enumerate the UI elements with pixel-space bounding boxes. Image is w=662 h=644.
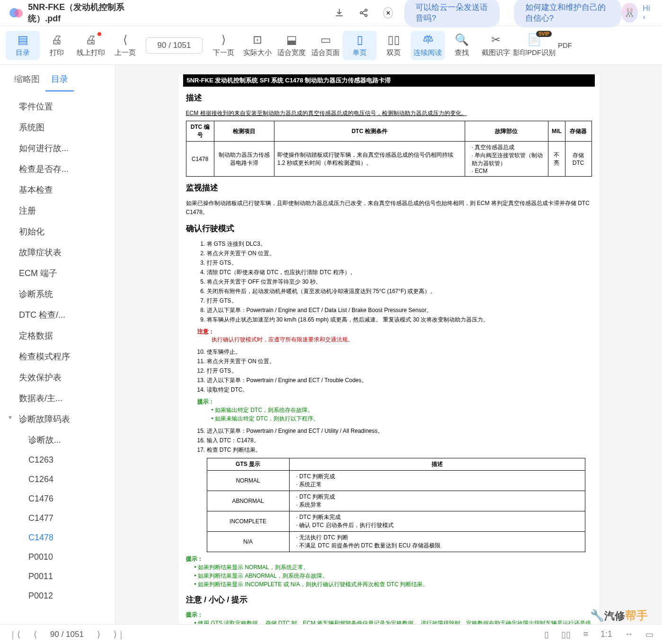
toc-item[interactable]: C1263 xyxy=(0,450,115,470)
toc-item[interactable]: C1476 xyxy=(0,489,115,509)
view-single-icon[interactable]: ▯ xyxy=(544,629,549,640)
next-page-icon[interactable]: ⟩ xyxy=(97,629,100,640)
toolbar-fit-page[interactable]: ▭适合页面 xyxy=(309,31,343,60)
note-body: 执行确认行驶模式时，应遵守所有限速要求和交通法规。 xyxy=(212,336,600,344)
toolbar-double[interactable]: ▯▯双页 xyxy=(377,31,411,60)
toc-item[interactable]: 基本检查 xyxy=(0,179,115,200)
toc-item[interactable]: 诊断故... xyxy=(0,429,115,450)
toc-item[interactable]: P0011 xyxy=(0,567,115,586)
toc-item[interactable]: ECM 端子 xyxy=(0,263,115,284)
steps-2: 使车辆停止。将点火开关置于 ON 位置。打开 GTS。进入以下菜单：Powert… xyxy=(207,348,592,394)
toc-item[interactable]: DTC 检查/... xyxy=(0,304,115,325)
toolbar-prev[interactable]: ⟨上一页 xyxy=(108,31,142,60)
last-page-icon[interactable]: ⟩｜ xyxy=(114,629,125,640)
hi-label[interactable]: Hi › xyxy=(643,4,653,21)
toolbar-continuous[interactable]: 𐄷连续阅读 xyxy=(411,31,445,60)
avatar[interactable]: 🐰 xyxy=(621,3,638,23)
tab-thumbnails[interactable]: 缩略图 xyxy=(9,70,45,91)
desc-text: ECM 根据接收到的来自安装至制动助力器总成的真空传感器总成的电压信号，检测制动… xyxy=(186,109,592,118)
toc-item[interactable]: 初始化 xyxy=(0,221,115,242)
toc-item[interactable]: P0010 xyxy=(0,547,115,567)
toc-list: 零件位置系统图如何进行故...检查是否存...基本检查注册初始化故障症状表ECM… xyxy=(0,91,115,624)
toc-item[interactable]: 诊断故障码表 xyxy=(0,409,115,429)
steps-3: 进入以下菜单：Powertrain / Engine and ECT / Uti… xyxy=(207,427,592,454)
download-icon[interactable] xyxy=(334,8,344,18)
heading-monitor: 监视描述 xyxy=(186,182,592,193)
toolbar-print[interactable]: 🖨打印 xyxy=(40,31,74,60)
toolbar-next[interactable]: ⟩下一页 xyxy=(206,31,240,60)
hint-title-2: 提示： xyxy=(186,555,600,563)
toolbar-fit-width[interactable]: ⬓适合宽度 xyxy=(274,31,309,60)
toolbar-single[interactable]: ▯单页 xyxy=(343,31,377,60)
toolbar-catalog[interactable]: ▤目录 xyxy=(6,31,40,60)
toc-item[interactable]: 零件位置 xyxy=(0,96,115,117)
monitor-text: 如果已操作制动踏板或已行驶车辆，且即使制动助力器总成压力已改变，来自真空传感器总… xyxy=(186,199,592,217)
toc-item[interactable]: 如何进行故... xyxy=(0,138,115,159)
section-header: 5NR-FKE 发动机控制系统 SFI 系统 C1478 制动助力器压力传感器电… xyxy=(183,74,595,87)
prev-page-icon[interactable]: ⟨ xyxy=(34,629,37,640)
toolbar-online-print[interactable]: 🖨线上打印 xyxy=(74,31,108,60)
tab-toc[interactable]: 目录 xyxy=(45,70,74,91)
toc-item[interactable]: 失效保护表 xyxy=(0,367,115,388)
heading-desc: 描述 xyxy=(186,92,592,103)
toolbar-pdf[interactable]: PDF xyxy=(556,31,574,60)
toc-item[interactable]: C1478 xyxy=(0,528,115,547)
note-title: 注意： xyxy=(197,328,600,336)
toc-item[interactable]: 诊断系统 xyxy=(0,284,115,304)
heading-confirm: 确认行驶模式 xyxy=(186,223,592,234)
toc-item[interactable]: 注册 xyxy=(0,200,115,221)
suggestion-1[interactable]: 可以给云一朵发送语音吗? xyxy=(404,0,499,27)
watermark: 🔧汽修帮手 xyxy=(590,608,648,623)
toc-item[interactable]: 检查是否存... xyxy=(0,159,115,179)
toc-item[interactable]: C1264 xyxy=(0,470,115,489)
share-icon[interactable] xyxy=(359,8,369,18)
toc-item[interactable]: 故障症状表 xyxy=(0,242,115,263)
toc-item[interactable]: 系统图 xyxy=(0,117,115,138)
view-double-icon[interactable]: ▯▯ xyxy=(561,629,571,640)
heading-note: 注意 / 小心 / 提示 xyxy=(186,594,592,605)
toc-item[interactable]: 检查模式程序 xyxy=(0,346,115,367)
toolbar-actual-size[interactable]: ⊡实际大小 xyxy=(240,31,274,60)
file-name: 5NR-FKE（发动机控制系统）.pdf xyxy=(28,1,135,24)
footer-page: 90 / 1051 xyxy=(50,630,84,639)
first-page-icon[interactable]: ｜⟨ xyxy=(9,629,20,640)
gts-table: GTS 显示描述NORMALDTC 判断完成系统正常ABNORMALDTC 判断… xyxy=(207,458,585,552)
close-suggestions-icon[interactable]: ✕ xyxy=(383,7,393,18)
tip-title: 提示： xyxy=(186,611,600,619)
toolbar-screenshot-ocr[interactable]: ✂截图识字 xyxy=(479,31,513,60)
page-view: 5NR-FKE 发动机控制系统 SFI 系统 C1478 制动助力器压力传感器电… xyxy=(115,65,662,624)
view-fitp-icon[interactable]: ▭ xyxy=(645,629,653,640)
toc-item[interactable]: P0012 xyxy=(0,586,115,606)
toolbar-shadow-pdf[interactable]: SVIP📄影印PDF识别 xyxy=(513,31,556,60)
toc-item[interactable]: C1477 xyxy=(0,509,115,528)
toc-item[interactable]: 定格数据 xyxy=(0,325,115,346)
page-indicator[interactable]: 90 / 1051 xyxy=(146,37,203,54)
steps-1: 将 GTS 连接到 DLC3。将点火开关置于 ON 位置。打开 GTS。清除 D… xyxy=(207,240,592,324)
toolbar-find[interactable]: 🔍查找 xyxy=(445,31,479,60)
dtc-table: DTC 编号检测项目DTC 检测条件故障部位MIL存储器 C1478 制动助力器… xyxy=(186,121,592,177)
suggestion-2[interactable]: 如何建立和维护自己的自信心? xyxy=(514,0,622,27)
view-cont-icon[interactable]: ≡ xyxy=(583,629,588,640)
toc-item[interactable]: 数据表/主... xyxy=(0,388,115,409)
tip-body: 使用 GTS 读取定格数据。 存储 DTC 时，ECM 将车辆和驾驶条件信息记录… xyxy=(194,619,600,624)
view-fitw-icon[interactable]: ↔ xyxy=(625,629,633,640)
app-logo xyxy=(9,6,20,19)
hint-title-1: 提示： xyxy=(197,398,600,406)
view-actual-icon[interactable]: 1:1 xyxy=(600,629,612,640)
